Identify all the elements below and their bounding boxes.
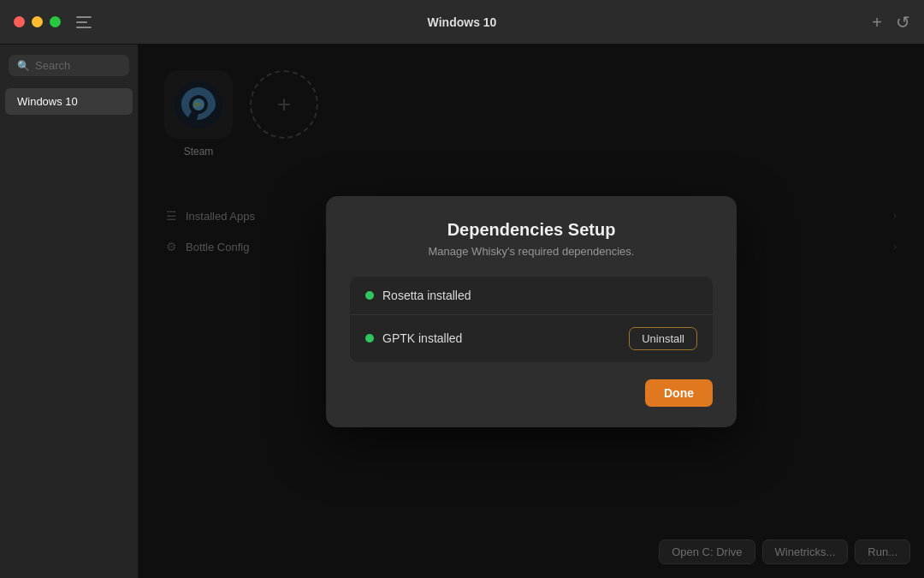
uninstall-gptk-button[interactable]: Uninstall bbox=[629, 327, 697, 350]
dependency-list: Rosetta installed GPTK installed Uninsta… bbox=[350, 277, 713, 362]
minimize-button[interactable] bbox=[32, 16, 43, 27]
title-bar: Windows 10 + ↺ bbox=[0, 0, 924, 45]
rosetta-label: Rosetta installed bbox=[382, 289, 697, 302]
sidebar-toggle-button[interactable] bbox=[76, 16, 92, 28]
title-bar-actions: + ↺ bbox=[872, 14, 910, 31]
dependency-rosetta: Rosetta installed bbox=[350, 277, 713, 315]
modal-title: Dependencies Setup bbox=[350, 220, 713, 240]
traffic-lights bbox=[14, 16, 61, 27]
modal-subtitle: Manage Whisky's required dependencies. bbox=[350, 245, 713, 258]
dependency-gptk: GPTK installed Uninstall bbox=[350, 315, 713, 362]
modal-overlay: Dependencies Setup Manage Whisky's requi… bbox=[139, 45, 924, 578]
sidebar: 🔍 Windows 10 bbox=[0, 45, 139, 578]
refresh-button[interactable]: ↺ bbox=[896, 14, 910, 31]
done-button[interactable]: Done bbox=[645, 379, 713, 407]
dependencies-setup-modal: Dependencies Setup Manage Whisky's requi… bbox=[326, 196, 737, 427]
add-button[interactable]: + bbox=[872, 14, 882, 31]
rosetta-status-dot bbox=[365, 291, 374, 300]
window-title: Windows 10 bbox=[428, 15, 497, 29]
sidebar-item-windows10[interactable]: Windows 10 bbox=[5, 88, 133, 115]
main-content: Steam + ☰ Installed Apps › ⚙ Bottle Conf… bbox=[139, 45, 924, 578]
gptk-label: GPTK installed bbox=[382, 331, 620, 345]
modal-footer: Done bbox=[350, 379, 713, 407]
gptk-status-dot bbox=[365, 334, 374, 343]
search-bar[interactable]: 🔍 bbox=[9, 55, 129, 76]
maximize-button[interactable] bbox=[50, 16, 61, 27]
search-icon: 🔍 bbox=[17, 60, 30, 72]
app-body: 🔍 Windows 10 bbox=[0, 45, 924, 578]
close-button[interactable] bbox=[14, 16, 25, 27]
search-input[interactable] bbox=[35, 59, 121, 72]
